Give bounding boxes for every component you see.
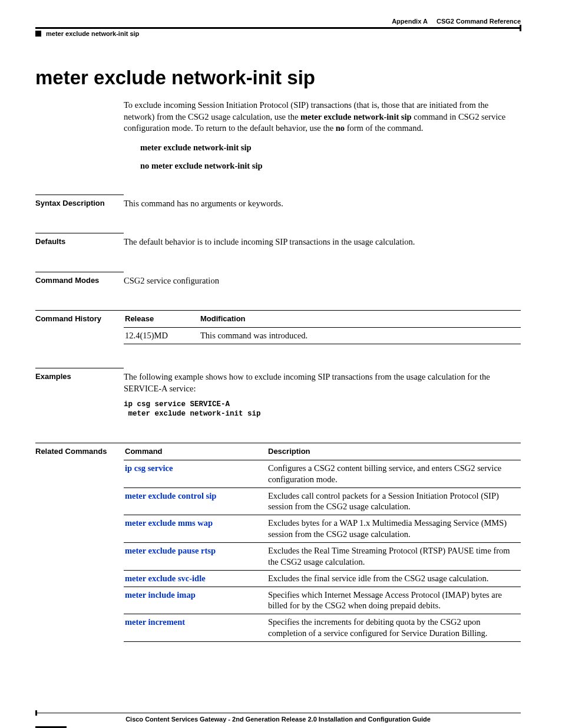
related-command-cell: meter exclude control sip [124,487,267,515]
table-row: meter include imapSpecifies which Intern… [124,587,521,614]
syntax-description-label: Syntax Description [35,195,124,207]
intro-bold-1: meter exclude network-init sip [300,112,412,121]
command-modes-label: Command Modes [35,272,124,285]
page-title: meter exclude network-init sip [35,67,521,89]
related-command-cell: meter increment [124,614,267,642]
history-col-modification: Modification [199,311,521,328]
related-description: Excludes the final service idle from the… [267,570,521,587]
defaults-label: Defaults [35,233,124,246]
header-left: meter exclude network-init sip [35,30,521,37]
related-command-link[interactable]: meter exclude mms wap [125,518,213,528]
footer-guide-title: Cisco Content Services Gateway - 2nd Gen… [35,716,521,723]
intro-bold-2: no [336,123,345,133]
syntax-block: meter exclude network-init sip no meter … [140,143,521,171]
related-command-link[interactable]: ip csg service [125,463,173,473]
table-row: meter incrementSpecifies the increments … [124,614,521,642]
examples-text: The following example shows how to exclu… [124,371,521,394]
table-row: ip csg serviceConfigures a CSG2 content … [124,460,521,487]
related-commands-label: Related Commands [35,443,124,456]
related-command-link[interactable]: meter increment [125,617,185,627]
syntax-line-2: no meter exclude network-init sip [140,161,521,171]
header-section: meter exclude network-init sip [46,30,139,37]
related-command-cell: meter exclude pause rtsp [124,542,267,570]
examples-label: Examples [35,368,124,381]
header-right: Appendix A CSG2 Command Reference [392,18,521,25]
related-commands-table: Command Description ip csg serviceConfig… [124,443,521,642]
related-command-cell: meter include imap [124,587,267,614]
header-appendix: Appendix A [392,18,428,25]
defaults-body: The default behavior is to include incom… [124,233,521,248]
table-row: 12.4(15)MDThis command was introduced. [124,327,521,344]
related-description: Configures a CSG2 content billing servic… [267,460,521,487]
syntax-line-1: meter exclude network-init sip [140,143,521,153]
history-col-release: Release [124,311,199,328]
header-square-icon [35,31,41,37]
syntax-description-body: This command has no arguments or keyword… [124,195,521,210]
related-col-command: Command [124,443,267,460]
history-modification: This command was introduced. [199,327,521,344]
command-history-table: Release Modification 12.4(15)MDThis comm… [124,310,521,344]
command-history-label: Command History [35,310,124,323]
header-rule [35,27,521,29]
intro-text-3: form of the command. [345,123,423,133]
related-command-cell: ip csg service [124,460,267,487]
related-description: Excludes bytes for a WAP 1.x Multimedia … [267,515,521,543]
related-description: Excludes the Real Time Streaming Protoco… [267,542,521,570]
related-description: Excludes call control packets for a Sess… [267,487,521,515]
intro-paragraph: To exclude incoming Session Initiation P… [124,100,521,134]
related-description: Specifies which Internet Message Access … [267,587,521,614]
related-description: Specifies the increments for debiting qu… [267,614,521,642]
related-command-link[interactable]: meter exclude svc-idle [125,574,206,583]
table-row: meter exclude pause rtspExcludes the Rea… [124,542,521,570]
table-row: meter exclude control sipExcludes call c… [124,487,521,515]
table-row: meter exclude svc-idleExcludes the final… [124,570,521,587]
table-row: meter exclude mms wapExcludes bytes for … [124,515,521,543]
related-command-cell: meter exclude mms wap [124,515,267,543]
related-command-link[interactable]: meter exclude pause rtsp [125,546,216,555]
related-command-link[interactable]: meter include imap [125,590,196,599]
examples-code: ip csg service SERVICE-A meter exclude n… [124,400,521,420]
related-command-cell: meter exclude svc-idle [124,570,267,587]
page-footer: Cisco Content Services Gateway - 2nd Gen… [35,713,521,728]
related-col-description: Description [267,443,521,460]
history-release: 12.4(15)MD [124,327,199,344]
footer-rule [35,713,521,714]
related-command-link[interactable]: meter exclude control sip [125,491,216,500]
header-chapter: CSG2 Command Reference [437,18,521,25]
command-modes-body: CSG2 service configuration [124,272,521,287]
